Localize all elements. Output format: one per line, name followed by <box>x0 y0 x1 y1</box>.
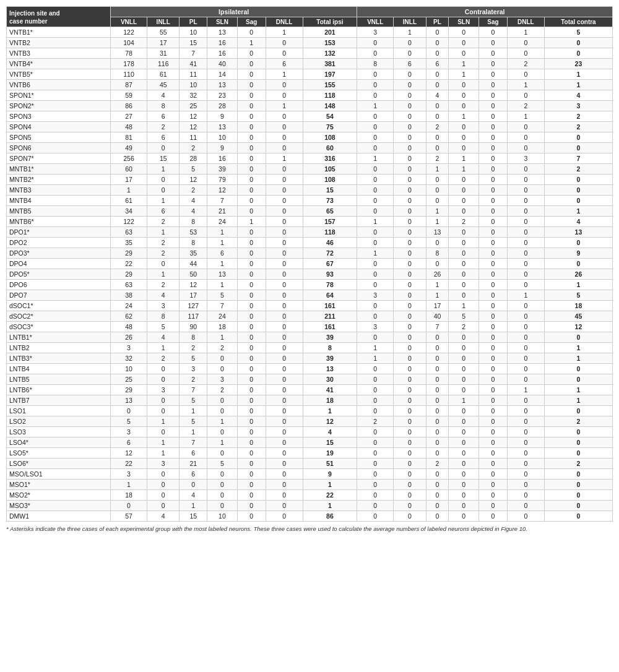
ipsi-cell-5: 0 <box>266 206 303 217</box>
ipsi-cell-4: 0 <box>237 269 266 280</box>
ipsi-cell-2: 10 <box>180 80 207 90</box>
ipsi-cell-3: 10 <box>207 132 238 143</box>
row-label-cell: LSO1 <box>7 406 111 416</box>
ipsi-cell-0: 110 <box>111 69 147 80</box>
ipsi-cell-0: 0 <box>111 501 147 511</box>
ipsi-cell-0: 62 <box>111 311 147 322</box>
ipsi-cell-0: 178 <box>111 59 147 69</box>
ipsi-cell-2: 50 <box>180 269 207 280</box>
row-label-cell: LNTB2 <box>7 343 111 353</box>
contra-cell-4: 0 <box>479 38 508 48</box>
ipsi-cell-1: 1 <box>147 164 180 174</box>
ipsi-cell-0: 63 <box>111 280 147 290</box>
contra-cell-1: 0 <box>394 416 426 427</box>
contra-cell-2: 0 <box>426 511 449 522</box>
ipsi-cell-2: 11 <box>180 69 207 80</box>
contra-cell-1: 0 <box>394 448 426 459</box>
ipsi-cell-4: 0 <box>237 90 266 101</box>
contra-cell-4: 0 <box>479 69 508 80</box>
contra-cell-3: 0 <box>449 27 479 38</box>
row-label-cell: MNTB5 <box>7 206 111 217</box>
contra-cell-5: 1 <box>507 27 544 38</box>
ipsi-cell-3: 2 <box>207 343 238 353</box>
ipsi-cell-2: 6 <box>180 469 207 480</box>
ipsi-cell-6: 1 <box>303 501 357 511</box>
ipsi-cell-4: 0 <box>237 101 266 111</box>
table-row: LSO4*617100150000000 <box>7 437 613 448</box>
ipsi-cell-2: 21 <box>180 459 207 469</box>
ipsi-cell-1: 1 <box>147 227 180 238</box>
contra-cell-3: 0 <box>449 353 479 364</box>
contra-cell-2: 0 <box>426 111 449 122</box>
contra-cell-4: 0 <box>479 406 508 416</box>
ipsi-cell-2: 32 <box>180 90 207 101</box>
ipsi-cell-3: 12 <box>207 185 238 196</box>
ipsi-cell-3: 0 <box>207 469 238 480</box>
contra-cell-3: 0 <box>449 206 479 217</box>
table-row: DPO1*63153100118001300013 <box>7 227 613 238</box>
contra-cell-5: 0 <box>507 238 544 248</box>
contra-cell-2: 0 <box>426 385 449 395</box>
ipsi-cell-5: 0 <box>266 132 303 143</box>
ipsi-cell-6: 64 <box>303 290 357 301</box>
ipsi-cell-3: 3 <box>207 374 238 385</box>
contra-cell-5: 0 <box>507 459 544 469</box>
ipsi-cell-0: 59 <box>111 90 147 101</box>
contra-cell-2: 0 <box>426 174 449 185</box>
ipsi-cell-5: 0 <box>266 385 303 395</box>
contra-cell-0: 0 <box>357 69 394 80</box>
contra-cell-4: 0 <box>479 385 508 395</box>
ipsi-cell-6: 155 <box>303 80 357 90</box>
contra-cell-2: 0 <box>426 490 449 501</box>
contra-cell-5: 0 <box>507 374 544 385</box>
contra-cell-1: 0 <box>394 427 426 437</box>
ipsi-cell-6: 41 <box>303 385 357 395</box>
ipsi-cell-3: 24 <box>207 311 238 322</box>
ipsi-cell-1: 15 <box>147 153 180 164</box>
contra-cell-0: 0 <box>357 80 394 90</box>
contra-cell-6: 0 <box>544 490 612 501</box>
contra-cell-5: 0 <box>507 343 544 353</box>
ipsi-cell-0: 10 <box>111 364 147 374</box>
ipsi-cell-2: 6 <box>180 448 207 459</box>
ipsi-cell-1: 0 <box>147 185 180 196</box>
col-header-total-ipsi: Total ipsi <box>303 17 357 27</box>
contra-cell-4: 0 <box>479 132 508 143</box>
table-row: dSOC1*243127700161001710018 <box>7 301 613 311</box>
ipsi-cell-6: 65 <box>303 206 357 217</box>
contra-cell-6: 1 <box>544 80 612 90</box>
col-header-pl: PL <box>180 17 207 27</box>
table-row: SPON64902900600000000 <box>7 143 613 153</box>
ipsi-cell-0: 22 <box>111 459 147 469</box>
col-header-sln: SLN <box>207 17 238 27</box>
ipsi-cell-4: 0 <box>237 480 266 490</box>
row-label-cell: SPON2* <box>7 101 111 111</box>
contra-cell-0: 0 <box>357 280 394 290</box>
contra-cell-3: 0 <box>449 280 479 290</box>
contra-cell-0: 0 <box>357 185 394 196</box>
contra-cell-1: 0 <box>394 90 426 101</box>
ipsi-cell-6: 108 <box>303 174 357 185</box>
contra-cell-3: 0 <box>449 259 479 269</box>
contra-cell-0: 0 <box>357 227 394 238</box>
table-row: SPON7*256152816013161021037 <box>7 153 613 164</box>
ipsi-cell-6: 19 <box>303 448 357 459</box>
ipsi-cell-0: 1 <box>111 185 147 196</box>
ipsi-cell-1: 0 <box>147 364 180 374</box>
ipsi-cell-5: 0 <box>266 511 303 522</box>
ipsi-cell-6: 1 <box>303 480 357 490</box>
contra-cell-3: 0 <box>449 185 479 196</box>
ipsilateral-header: Ipsilateral <box>111 7 357 17</box>
contra-cell-4: 0 <box>479 511 508 522</box>
contra-cell-5: 0 <box>507 332 544 343</box>
contra-cell-0: 1 <box>357 101 394 111</box>
contra-cell-6: 1 <box>544 385 612 395</box>
ipsi-cell-2: 5 <box>180 395 207 406</box>
ipsi-cell-0: 256 <box>111 153 147 164</box>
ipsi-cell-4: 0 <box>237 427 266 437</box>
ipsi-cell-4: 0 <box>237 490 266 501</box>
contra-cell-2: 2 <box>426 122 449 132</box>
contra-cell-4: 0 <box>479 459 508 469</box>
contra-cell-1: 0 <box>394 132 426 143</box>
ipsi-cell-6: 316 <box>303 153 357 164</box>
